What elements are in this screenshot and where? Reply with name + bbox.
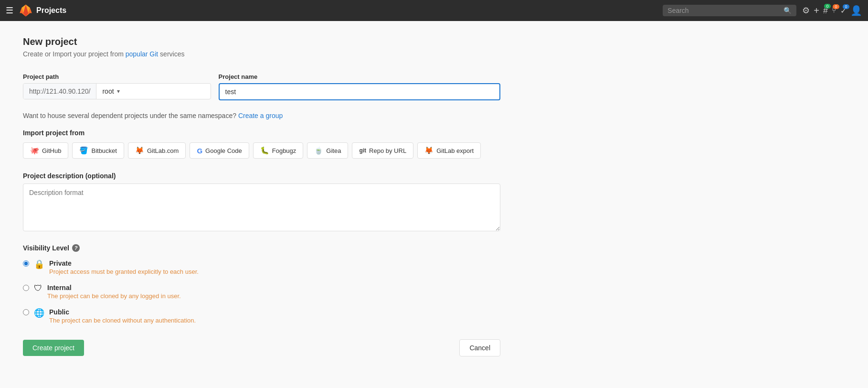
issues-badge: 0: [824, 4, 831, 9]
visibility-help-icon[interactable]: ?: [72, 244, 80, 252]
cancel-button[interactable]: Cancel: [459, 339, 500, 356]
visibility-private-label: Private: [49, 259, 199, 267]
import-gitlabcom-button[interactable]: 🦊 GitLab.com: [128, 142, 186, 159]
bitbucket-icon: 🪣: [79, 146, 88, 155]
search-bar: 🔍: [663, 5, 796, 16]
main-wrapper: New project Create or Import your projec…: [0, 21, 868, 388]
navbar-icons: ⚙ + # 0 ⑂ 0 ✓ 0 👤: [802, 5, 862, 16]
search-input[interactable]: [667, 7, 781, 14]
chevron-down-icon: ▾: [117, 88, 120, 95]
google-icon: G: [197, 147, 202, 155]
brand-text: Projects: [36, 6, 66, 15]
import-bitbucket-button[interactable]: 🪣 Bitbucket: [72, 142, 124, 159]
plus-icon[interactable]: +: [814, 5, 819, 16]
popular-git-link[interactable]: popular Git: [126, 50, 158, 58]
create-group-link[interactable]: Create a group: [238, 112, 283, 119]
visibility-public-label: Public: [49, 308, 196, 316]
import-gitea-button[interactable]: 🍵 Gitea: [307, 142, 348, 159]
mr-badge: 0: [833, 4, 839, 9]
shield-icon: 🛡: [34, 283, 42, 293]
fogbugz-icon: 🐛: [260, 146, 269, 155]
visibility-private-option: 🔒 Private Project access must be granted…: [23, 259, 500, 275]
gitea-icon: 🍵: [314, 146, 323, 155]
visibility-internal-label: Internal: [47, 284, 181, 291]
form-actions-left: Create project: [23, 340, 84, 356]
visibility-public-text: Public The project can be cloned without…: [49, 308, 196, 324]
import-github-button[interactable]: 🐙 GitHub: [23, 142, 68, 159]
globe-icon: 🌐: [34, 308, 44, 318]
form-actions: Create project Cancel: [23, 339, 500, 356]
project-path-group: Project path http://121.40.90.120/ root …: [23, 73, 211, 99]
todos-icon[interactable]: ✓ 0: [840, 6, 847, 15]
import-fogbugz-label: Fogbugz: [272, 147, 296, 154]
page-header: New project Create or Import your projec…: [23, 36, 845, 58]
issues-icon[interactable]: # 0: [823, 6, 828, 16]
gitlab-logo-icon: [19, 4, 32, 17]
import-repobyurl-button[interactable]: git Repo by URL: [352, 142, 413, 159]
user-avatar[interactable]: 👤: [850, 5, 862, 16]
search-icon: 🔍: [783, 7, 792, 14]
visibility-public-radio[interactable]: [23, 309, 29, 315]
project-path-label: Project path: [23, 73, 211, 80]
import-buttons: 🐙 GitHub 🪣 Bitbucket 🦊 GitLab.com G Goog…: [23, 142, 500, 159]
import-gitlabcom-label: GitLab.com: [147, 147, 179, 154]
visibility-label: Visibility Level ?: [23, 244, 500, 252]
gitlabcom-icon: 🦊: [135, 146, 144, 155]
github-icon: 🐙: [30, 146, 39, 155]
wrench-icon[interactable]: ⚙: [802, 5, 810, 16]
path-input-wrapper: http://121.40.90.120/ root ▾: [23, 83, 211, 99]
namespace-dropdown[interactable]: root ▾: [96, 84, 144, 99]
path-name-row: Project path http://121.40.90.120/ root …: [23, 73, 500, 100]
description-textarea[interactable]: [23, 183, 500, 231]
visibility-public-option: 🌐 Public The project can be cloned witho…: [23, 308, 500, 324]
gitlab-export-icon: 🦊: [424, 146, 434, 155]
content-area: New project Create or Import your projec…: [0, 21, 868, 388]
import-gitea-label: Gitea: [326, 147, 341, 154]
import-github-label: GitHub: [42, 147, 61, 154]
import-fogbugz-button[interactable]: 🐛 Fogbugz: [253, 142, 304, 159]
page-subtitle: Create or Import your project from popul…: [23, 50, 845, 58]
lock-icon: 🔒: [34, 259, 44, 269]
description-group: Project description (optional): [23, 172, 500, 233]
todos-badge: 0: [843, 4, 849, 9]
import-googlecode-button[interactable]: G Google Code: [190, 142, 249, 159]
import-googlecode-label: Google Code: [205, 147, 242, 154]
brand-logo[interactable]: Projects: [19, 4, 66, 17]
project-name-group: Project name: [219, 73, 500, 100]
project-name-input[interactable]: [219, 83, 500, 100]
import-bitbucket-label: Bitbucket: [91, 147, 116, 154]
visibility-public-desc: The project can be cloned without any au…: [49, 317, 196, 324]
namespace-hint: Want to house several dependent projects…: [23, 112, 500, 119]
import-repobyurl-label: Repo by URL: [369, 147, 406, 154]
import-section-label: Import project from: [23, 129, 500, 137]
hamburger-menu[interactable]: ☰: [6, 5, 13, 16]
merge-requests-icon[interactable]: ⑂ 0: [832, 6, 836, 15]
project-name-label: Project name: [219, 73, 500, 80]
visibility-internal-desc: The project can be cloned by any logged …: [47, 292, 181, 300]
visibility-private-desc: Project access must be granted explicitl…: [49, 268, 199, 275]
import-gitlabexport-label: GitLab export: [436, 147, 474, 154]
page-title: New project: [23, 36, 845, 47]
create-project-button[interactable]: Create project: [23, 340, 84, 356]
path-prefix: http://121.40.90.120/: [23, 84, 96, 99]
namespace-value: root: [102, 87, 114, 95]
navbar: ☰ Projects 🔍 ⚙ + # 0 ⑂ 0 ✓ 0 👤: [0, 0, 868, 21]
description-label: Project description (optional): [23, 172, 500, 180]
new-project-form: Project path http://121.40.90.120/ root …: [23, 73, 500, 356]
git-icon: git: [359, 147, 366, 154]
visibility-internal-text: Internal The project can be cloned by an…: [47, 284, 181, 300]
visibility-private-text: Private Project access must be granted e…: [49, 259, 199, 275]
import-gitlabexport-button[interactable]: 🦊 GitLab export: [417, 142, 481, 159]
visibility-options: 🔒 Private Project access must be granted…: [23, 259, 500, 324]
visibility-private-radio[interactable]: [23, 260, 29, 267]
visibility-internal-option: 🛡 Internal The project can be cloned by …: [23, 284, 500, 300]
visibility-internal-radio[interactable]: [23, 285, 29, 291]
